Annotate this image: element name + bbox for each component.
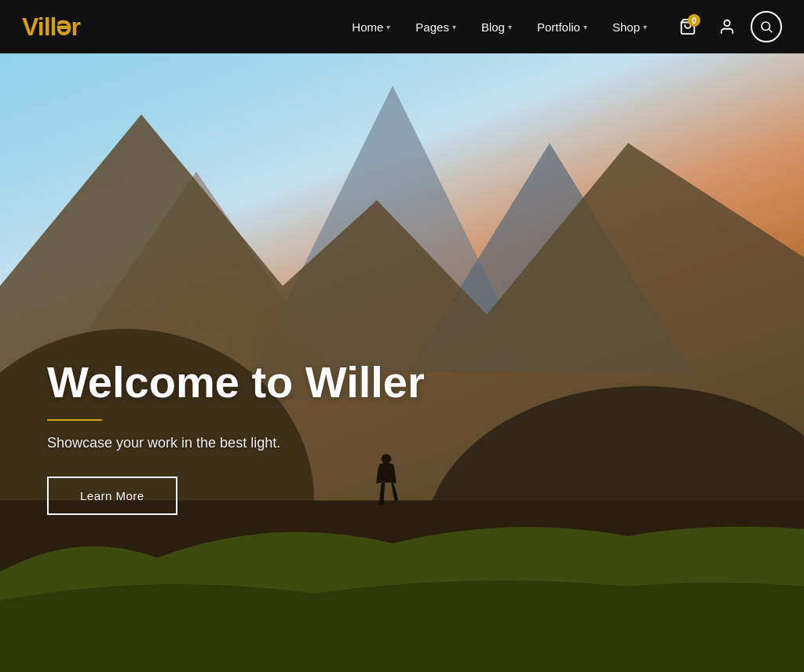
cart-badge: 0: [688, 14, 700, 27]
nav-link-blog[interactable]: Blog ▾: [470, 14, 523, 40]
nav-link-home[interactable]: Home ▾: [341, 14, 401, 40]
nav-link-shop[interactable]: Shop ▾: [601, 14, 658, 40]
nav-item-portfolio[interactable]: Portfolio ▾: [526, 14, 598, 40]
chevron-down-icon: ▾: [508, 23, 512, 31]
hero-divider: [47, 419, 102, 421]
nav-label-pages: Pages: [415, 20, 449, 34]
hero-section: Welcome to Willer Showcase your work in …: [0, 0, 804, 672]
search-button[interactable]: [751, 11, 782, 42]
navbar: Villər Home ▾ Pages ▾ Blog ▾ Portfolio ▾: [0, 0, 804, 53]
chevron-down-icon: ▾: [452, 23, 456, 31]
nav-label-home: Home: [352, 20, 383, 34]
nav-item-shop[interactable]: Shop ▾: [601, 14, 658, 40]
nav-link-pages[interactable]: Pages ▾: [404, 14, 467, 40]
hero-background: [0, 0, 804, 672]
nav-label-shop: Shop: [612, 20, 640, 34]
nav-label-portfolio: Portfolio: [537, 20, 580, 34]
nav-item-blog[interactable]: Blog ▾: [470, 14, 523, 40]
nav-label-blog: Blog: [481, 20, 505, 34]
chevron-down-icon: ▾: [386, 23, 390, 31]
user-icon: [718, 18, 736, 35]
nav-item-home[interactable]: Home ▾: [341, 14, 401, 40]
user-button[interactable]: [711, 11, 743, 42]
hero-title: Welcome to Willer: [47, 358, 425, 407]
logo-text-main: Vill: [22, 13, 56, 41]
mountain-svg: [0, 0, 804, 672]
logo[interactable]: Villər: [22, 12, 80, 42]
learn-more-button[interactable]: Learn More: [47, 477, 177, 515]
svg-line-11: [769, 29, 771, 31]
logo-text-accent: ər: [56, 13, 79, 41]
cart-button[interactable]: 0: [672, 11, 704, 42]
chevron-down-icon: ▾: [583, 23, 587, 31]
nav-link-portfolio[interactable]: Portfolio ▾: [526, 14, 598, 40]
nav-item-pages[interactable]: Pages ▾: [404, 14, 467, 40]
chevron-down-icon: ▾: [643, 23, 647, 31]
search-icon: [759, 20, 773, 34]
hero-content: Welcome to Willer Showcase your work in …: [47, 358, 425, 515]
svg-point-9: [724, 20, 729, 26]
nav-icons: 0: [672, 11, 782, 42]
hero-subtitle: Showcase your work in the best light.: [47, 435, 425, 451]
nav-links: Home ▾ Pages ▾ Blog ▾ Portfolio ▾ Shop: [341, 14, 658, 40]
